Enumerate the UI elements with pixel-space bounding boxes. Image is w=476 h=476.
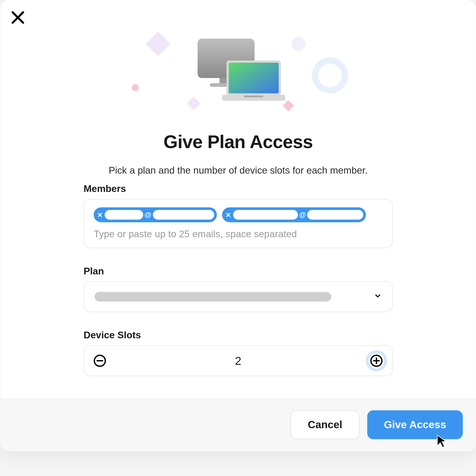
members-input-box[interactable]: ✕@✕@ xyxy=(83,199,393,248)
give-access-button[interactable]: Give Access xyxy=(367,410,463,439)
plan-label: Plan xyxy=(83,266,393,277)
svg-rect-4 xyxy=(283,100,294,111)
svg-rect-2 xyxy=(146,31,170,56)
modal-subtitle: Pick a plan and the number of device slo… xyxy=(83,165,393,176)
email-chip: ✕@ xyxy=(222,207,366,222)
plan-placeholder-bar xyxy=(94,292,331,302)
decrement-button[interactable] xyxy=(92,353,108,369)
remove-chip-icon[interactable]: ✕ xyxy=(97,211,103,219)
svg-rect-12 xyxy=(229,63,279,93)
give-plan-access-modal: Give Plan Access Pick a plan and the num… xyxy=(0,0,476,451)
at-symbol: @ xyxy=(144,211,151,219)
svg-rect-3 xyxy=(187,97,200,110)
svg-point-5 xyxy=(132,84,139,91)
device-slots-label: Device Slots xyxy=(83,330,393,341)
plus-circle-icon xyxy=(370,354,383,367)
chip-domain-part xyxy=(153,210,214,220)
svg-rect-14 xyxy=(244,96,263,97)
at-symbol: @ xyxy=(299,211,306,219)
plan-select[interactable] xyxy=(83,281,393,312)
minus-circle-icon xyxy=(93,354,106,367)
svg-point-7 xyxy=(315,60,345,90)
chip-domain-part xyxy=(307,210,363,220)
chevron-down-icon xyxy=(374,292,382,302)
close-icon xyxy=(10,10,26,26)
svg-point-6 xyxy=(291,37,305,51)
members-email-input[interactable] xyxy=(94,228,382,240)
chip-local-part xyxy=(105,210,143,220)
chip-local-part xyxy=(233,210,298,220)
device-slots-value: 2 xyxy=(235,354,241,368)
increment-button[interactable] xyxy=(369,353,384,369)
modal-footer: Cancel Give Access xyxy=(0,398,476,451)
close-button[interactable] xyxy=(10,10,26,26)
modal-title: Give Plan Access xyxy=(83,132,393,153)
email-chip: ✕@ xyxy=(94,207,217,222)
device-slots-stepper: 2 xyxy=(83,345,393,376)
members-label: Members xyxy=(83,183,393,195)
hero-illustration xyxy=(0,0,476,114)
remove-chip-icon[interactable]: ✕ xyxy=(225,211,231,219)
cancel-button[interactable]: Cancel xyxy=(291,410,359,439)
